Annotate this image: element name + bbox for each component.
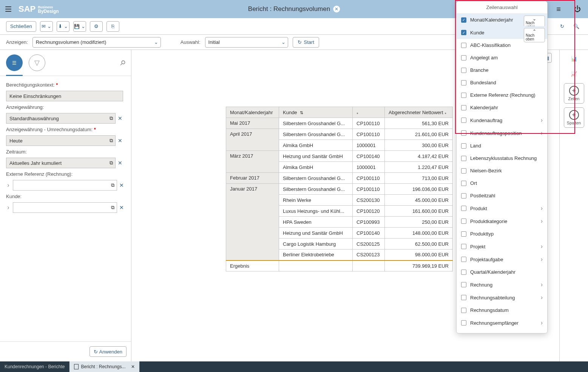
checkbox[interactable] <box>461 181 466 186</box>
popover-item[interactable]: Externe Referenz (Rechnung) <box>457 89 547 101</box>
checkbox[interactable] <box>461 168 466 174</box>
open-icon[interactable] <box>110 160 113 166</box>
add-columns-button[interactable]: +Spalten <box>564 107 584 128</box>
checkbox[interactable] <box>461 320 466 326</box>
popover-item[interactable]: Branche <box>457 64 547 76</box>
power-icon[interactable] <box>571 2 584 16</box>
popover-item[interactable]: Rechnung <box>457 278 547 291</box>
checkbox[interactable]: ✓ <box>461 17 466 23</box>
checkbox[interactable] <box>461 43 466 48</box>
col-kunde[interactable]: Kunde <box>279 107 353 118</box>
checkbox[interactable] <box>461 231 466 237</box>
popover-item[interactable]: Bundesland <box>457 76 547 89</box>
clear-icon[interactable] <box>118 115 122 121</box>
popover-list[interactable]: ✓Monat/KalenderjahrNach unten✓KundeNach … <box>457 14 547 333</box>
col-code[interactable] <box>353 107 385 118</box>
popover-item[interactable]: Rechnungsdatum <box>457 304 547 316</box>
popover-item[interactable]: Produktkategorie <box>457 215 547 228</box>
popover-item[interactable]: Angelegt am <box>457 51 547 64</box>
checkbox[interactable] <box>461 257 466 262</box>
refresh-icon[interactable] <box>556 21 568 32</box>
auswahl-select[interactable]: Initial <box>205 37 288 48</box>
settings-button[interactable] <box>90 21 103 32</box>
checkbox[interactable] <box>461 118 466 123</box>
zeitraum-field[interactable]: Aktuelles Jahr kumuliert <box>6 158 116 168</box>
umrechnung-field[interactable]: Heute <box>6 135 116 146</box>
clear-icon[interactable] <box>119 182 124 188</box>
table-row[interactable]: April 2017Silberstern Grosshandel G...CP… <box>226 129 453 140</box>
checkbox[interactable] <box>461 193 466 198</box>
popover-item[interactable]: Rechnungsstornokennzeichen <box>457 329 547 333</box>
checkbox[interactable] <box>461 308 466 313</box>
open-icon[interactable] <box>111 182 114 188</box>
table-row[interactable]: Mai 2017Silberstern Grosshandel G...CP10… <box>226 118 453 129</box>
close-tab-icon[interactable] <box>131 364 135 369</box>
table-row[interactable]: Februar 2017Silberstern Grosshandel G...… <box>226 173 453 184</box>
clear-icon[interactable] <box>119 205 124 211</box>
checkbox[interactable] <box>461 130 466 136</box>
checkbox[interactable] <box>461 270 466 275</box>
clear-icon[interactable] <box>118 138 122 144</box>
open-icon[interactable] <box>110 115 113 121</box>
popover-item[interactable]: Ort <box>457 177 547 189</box>
popover-item[interactable]: Nielsen-Bezirk <box>457 164 547 177</box>
extref-field[interactable] <box>13 180 117 191</box>
expand-icon[interactable] <box>6 204 11 211</box>
bar-chart-icon[interactable] <box>568 68 580 79</box>
header-menu-icon[interactable] <box>552 2 565 16</box>
open-icon[interactable] <box>110 138 113 144</box>
checkbox[interactable] <box>461 105 466 110</box>
popover-item[interactable]: Projekt <box>457 240 547 253</box>
popover-item[interactable]: Quartal/Kalenderjahr <box>457 266 547 278</box>
col-value[interactable]: Abgerechneter Nettowert <box>385 107 453 118</box>
popover-item[interactable]: Kundenauftrag <box>457 114 547 127</box>
popover-item[interactable]: Land <box>457 140 547 152</box>
checkbox[interactable] <box>461 55 466 60</box>
kunde-field[interactable] <box>13 202 117 213</box>
anzeigen-select[interactable]: Rechnungsvolumen (modifiziert) <box>32 37 161 48</box>
start-button[interactable]: Start <box>293 37 319 48</box>
menu-icon[interactable] <box>4 5 13 14</box>
selection-tab-icon[interactable] <box>6 54 23 71</box>
add-rows-button[interactable]: +Zeilen <box>564 83 584 104</box>
checkbox[interactable] <box>461 295 466 300</box>
pin-icon[interactable] <box>120 59 125 67</box>
checkbox[interactable] <box>461 80 466 85</box>
popover-item[interactable]: Kundenauftragsposition <box>457 127 547 140</box>
new-doc-button[interactable] <box>106 21 119 32</box>
anwenden-button[interactable]: Anwenden <box>90 346 127 357</box>
chart-icon[interactable] <box>568 53 580 64</box>
popover-item[interactable]: ✓KundeNach oben <box>457 26 547 39</box>
mail-button[interactable] <box>40 21 53 32</box>
table-row[interactable]: März 2017Heizung und Sanitär GmbHCP10014… <box>226 151 453 162</box>
popover-item[interactable]: Kalenderjahr <box>457 101 547 114</box>
checkbox[interactable] <box>461 68 466 73</box>
filter-tab-icon[interactable] <box>29 54 45 71</box>
popover-item[interactable]: ✓Monat/KalenderjahrNach unten <box>457 14 547 26</box>
popover-item[interactable]: Projektaufgabe <box>457 253 547 266</box>
checkbox[interactable] <box>461 156 466 161</box>
task-tab-1[interactable]: Kundenrechnungen - Berichte <box>0 361 69 372</box>
download-button[interactable] <box>57 21 69 32</box>
popover-item[interactable]: Rechnungsabteilung <box>457 291 547 304</box>
checkbox[interactable] <box>461 219 466 224</box>
checkbox[interactable] <box>461 93 466 98</box>
save-button[interactable] <box>73 21 86 32</box>
berechtigung-field[interactable]: Keine Einschränkungen <box>6 91 123 101</box>
close-report-icon[interactable]: ✕ <box>333 6 340 12</box>
checkbox[interactable] <box>461 333 466 333</box>
open-icon[interactable] <box>111 205 114 211</box>
popover-item[interactable]: Produkt <box>457 202 547 215</box>
popover-item[interactable]: Produkttyp <box>457 228 547 240</box>
checkbox[interactable] <box>461 143 466 149</box>
find-icon[interactable] <box>571 21 582 32</box>
anzeigewaehrung-field[interactable]: Standardhauswährung <box>6 113 116 124</box>
popover-item[interactable]: Rechnungsempfänger <box>457 316 547 329</box>
checkbox[interactable]: ✓ <box>461 30 466 35</box>
checkbox[interactable] <box>461 244 466 249</box>
close-button[interactable]: Schließen <box>6 21 36 32</box>
popover-item[interactable]: ABC-Klassifikation <box>457 39 547 51</box>
popover-item[interactable]: Lebenszyklusstatus Rechnung <box>457 152 547 164</box>
clear-icon[interactable] <box>118 160 122 166</box>
popover-item[interactable]: Postleitzahl <box>457 189 547 202</box>
